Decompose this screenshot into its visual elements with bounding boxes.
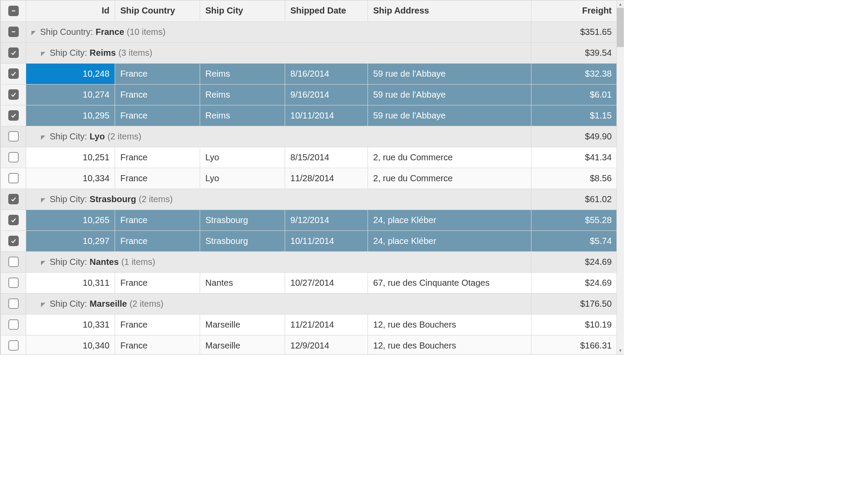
cell-freight: $5.74: [531, 230, 617, 251]
expand-toggle-icon[interactable]: [41, 194, 47, 204]
group-value: Reims: [90, 48, 116, 58]
expand-toggle-icon[interactable]: [41, 132, 47, 142]
group-checkbox[interactable]: [8, 131, 19, 142]
table-row[interactable]: 10,331FranceMarseille11/21/201412, rue d…: [1, 314, 617, 335]
cell-city: Lyo: [200, 168, 285, 189]
row-checkbox[interactable]: [8, 68, 19, 79]
cell-freight: $6.01: [531, 84, 617, 105]
cell-freight: $166.31: [531, 335, 617, 355]
row-checkbox[interactable]: [8, 152, 19, 162]
cell-date: 9/12/2014: [285, 210, 368, 230]
cell-date: 11/21/2014: [285, 314, 368, 335]
group-checkbox[interactable]: [8, 27, 19, 37]
group-value: Lyo: [90, 132, 105, 142]
group-checkbox[interactable]: [8, 47, 19, 58]
cell-id: 10,311: [26, 272, 115, 293]
cell-city: Reims: [200, 105, 285, 126]
group-count: (2 items): [107, 132, 141, 142]
scroll-up-arrow-icon[interactable]: ▲: [617, 0, 624, 8]
row-checkbox[interactable]: [8, 110, 19, 121]
scroll-thumb[interactable]: [617, 8, 624, 47]
cell-country: France: [115, 314, 200, 335]
cell-date: 12/9/2014: [285, 335, 368, 355]
group-row-city[interactable]: Ship City: Lyo (2 items)$49.90: [1, 126, 617, 147]
group-label: Ship City:: [50, 257, 87, 267]
table-row[interactable]: 10,340FranceMarseille12/9/201412, rue de…: [1, 335, 617, 355]
cell-date: 10/11/2014: [285, 105, 368, 126]
cell-address: 2, rue du Commerce: [368, 147, 531, 168]
scroll-down-arrow-icon[interactable]: ▼: [617, 347, 624, 354]
cell-id: 10,274: [26, 84, 115, 105]
cell-address: 12, rue des Bouchers: [368, 335, 531, 355]
cell-freight: $32.38: [531, 63, 617, 84]
select-all-checkbox[interactable]: [8, 6, 19, 16]
row-checkbox[interactable]: [8, 319, 19, 330]
group-aggregate-freight: $24.69: [531, 251, 617, 272]
group-row-country[interactable]: Ship Country: France (10 items)$351.65: [1, 21, 617, 42]
row-checkbox[interactable]: [8, 236, 19, 246]
table-row[interactable]: 10,265FranceStrasbourg9/12/201424, place…: [1, 210, 617, 230]
column-header-country[interactable]: Ship Country: [115, 0, 200, 21]
header-row: Id Ship Country Ship City Shipped Date S…: [1, 0, 617, 21]
expand-toggle-icon[interactable]: [41, 48, 47, 58]
column-header-freight[interactable]: Freight: [531, 0, 617, 21]
grid-viewport: Id Ship Country Ship City Shipped Date S…: [0, 0, 624, 355]
group-row-city[interactable]: Ship City: Strasbourg (2 items)$61.02: [1, 189, 617, 210]
group-row-city[interactable]: Ship City: Nantes (1 items)$24.69: [1, 251, 617, 272]
cell-country: France: [115, 63, 200, 84]
cell-id: 10,334: [26, 168, 115, 189]
expand-toggle-icon[interactable]: [41, 257, 47, 267]
table-row[interactable]: 10,334FranceLyo11/28/20142, rue du Comme…: [1, 168, 617, 189]
cell-country: France: [115, 272, 200, 293]
cell-city: Marseille: [200, 314, 285, 335]
row-checkbox[interactable]: [8, 277, 19, 288]
header-checkbox-cell: [1, 0, 26, 21]
table-row[interactable]: 10,274FranceReims9/16/201459 rue de l'Ab…: [1, 84, 617, 105]
column-header-date[interactable]: Shipped Date: [285, 0, 368, 21]
table-row[interactable]: 10,297FranceStrasbourg10/11/201424, plac…: [1, 230, 617, 251]
cell-address: 59 rue de l'Abbaye: [368, 63, 531, 84]
group-count: (3 items): [119, 48, 153, 58]
table-row[interactable]: 10,311FranceNantes10/27/201467, rue des …: [1, 272, 617, 293]
cell-address: 24, place Kléber: [368, 210, 531, 230]
row-checkbox[interactable]: [8, 215, 19, 225]
column-header-city[interactable]: Ship City: [200, 0, 285, 21]
cell-id: 10,295: [26, 105, 115, 126]
row-checkbox[interactable]: [8, 89, 19, 100]
expand-toggle-icon[interactable]: [31, 27, 37, 37]
cell-address: 59 rue de l'Abbaye: [368, 105, 531, 126]
row-checkbox[interactable]: [8, 173, 19, 183]
cell-freight: $1.15: [531, 105, 617, 126]
cell-id: 10,297: [26, 230, 115, 251]
group-count: (10 items): [127, 27, 166, 37]
cell-city: Reims: [200, 63, 285, 84]
cell-country: France: [115, 168, 200, 189]
group-row-city[interactable]: Ship City: Marseille (2 items)$176.50: [1, 293, 617, 314]
table-row[interactable]: 10,251FranceLyo8/15/20142, rue du Commer…: [1, 147, 617, 168]
group-checkbox[interactable]: [8, 257, 19, 267]
cell-freight: $8.56: [531, 168, 617, 189]
cell-country: France: [115, 105, 200, 126]
group-count: (2 items): [129, 299, 163, 309]
group-label: Ship City:: [50, 299, 87, 309]
column-header-id[interactable]: Id: [26, 0, 115, 21]
cell-address: 59 rue de l'Abbaye: [368, 84, 531, 105]
group-aggregate-freight: $351.65: [531, 21, 617, 42]
group-label: Ship City:: [50, 48, 87, 58]
cell-date: 10/27/2014: [285, 272, 368, 293]
group-row-city[interactable]: Ship City: Reims (3 items)$39.54: [1, 42, 617, 63]
group-checkbox[interactable]: [8, 194, 19, 204]
cell-country: France: [115, 147, 200, 168]
group-count: (2 items): [139, 194, 173, 204]
expand-toggle-icon[interactable]: [41, 299, 47, 309]
cell-address: 24, place Kléber: [368, 230, 531, 251]
vertical-scrollbar[interactable]: ▲ ▼: [616, 0, 624, 354]
group-aggregate-freight: $61.02: [531, 189, 617, 210]
column-header-address[interactable]: Ship Address: [368, 0, 531, 21]
table-row[interactable]: 10,295FranceReims10/11/201459 rue de l'A…: [1, 105, 617, 126]
group-checkbox[interactable]: [8, 298, 19, 309]
table-row[interactable]: 10,248FranceReims8/16/201459 rue de l'Ab…: [1, 63, 617, 84]
data-grid: Id Ship Country Ship City Shipped Date S…: [0, 0, 617, 355]
row-checkbox[interactable]: [8, 340, 19, 351]
cell-date: 11/28/2014: [285, 168, 368, 189]
